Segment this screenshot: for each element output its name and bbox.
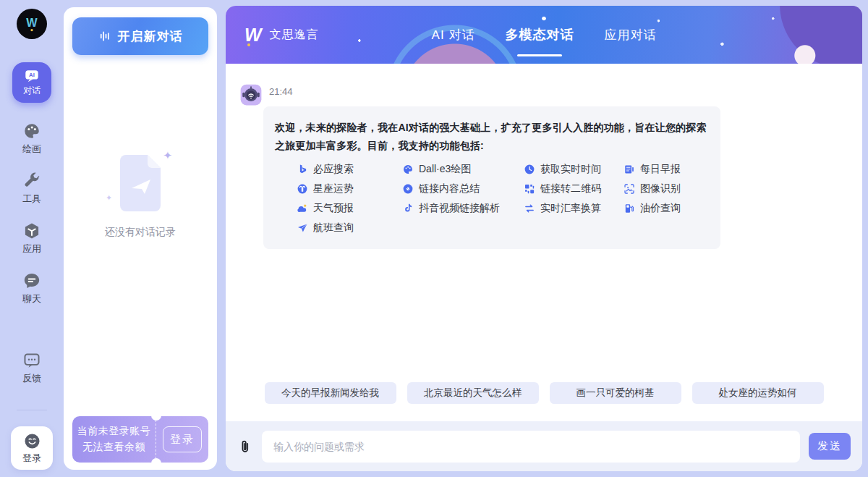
- sidebar-item-label: 工具: [22, 193, 41, 206]
- message-timestamp: 21:44: [269, 86, 720, 97]
- main-area: W 文思逸言 AI 对话多模态对话应用对话: [226, 6, 862, 471]
- sidebar-item-tools[interactable]: 工具: [12, 172, 51, 206]
- feature-label: 星座运势: [313, 182, 354, 195]
- palette-icon: [22, 122, 41, 140]
- feature-label: Dall·e3绘图: [419, 163, 471, 176]
- suggested-prompt[interactable]: 画一只可爱的柯基: [550, 382, 681, 404]
- sidebar-item-label: 反馈: [22, 372, 41, 385]
- feature-item: 抖音视频链接解析: [402, 202, 524, 215]
- chat-bubble-icon: [22, 271, 41, 290]
- feature-item: Dall·e3绘图: [402, 163, 524, 176]
- tiktok-icon: [402, 203, 414, 214]
- smiley-icon: [23, 432, 41, 450]
- feature-item: 每日早报: [624, 163, 709, 176]
- sidebar-item-label: 绘画: [22, 143, 41, 156]
- send-button[interactable]: 发送: [809, 433, 851, 460]
- feature-label: 必应搜索: [313, 163, 354, 176]
- sidebar-item-label: 对话: [23, 85, 41, 97]
- ai-chat-icon: AI: [24, 68, 40, 84]
- assistant-message: 21:44 欢迎，未来的探险者，我在AI对话的强大基础上，扩充了更多引人入胜的功…: [226, 64, 862, 249]
- sparkle-icon: ✦: [106, 193, 112, 203]
- feature-item: 获取实时时间: [524, 163, 624, 176]
- header-tabs: AI 对话多模态对话应用对话: [226, 6, 862, 64]
- fuel-icon: [624, 203, 635, 214]
- brand-w-icon: W: [244, 26, 263, 44]
- feature-label: 每日早报: [640, 163, 681, 176]
- cube-icon: [22, 221, 41, 240]
- ticket-notch: [151, 458, 161, 468]
- ticket-notch: [151, 410, 161, 421]
- ticket-divider: [156, 416, 156, 463]
- sparkle-icon: ✦: [163, 149, 172, 162]
- rail-divider: [17, 410, 47, 410]
- bing-icon: [297, 164, 308, 175]
- sidebar-login-button[interactable]: 登录: [11, 426, 53, 470]
- assistant-avatar: [240, 84, 262, 106]
- main-header: W 文思逸言 AI 对话多模态对话应用对话: [226, 6, 862, 64]
- svg-text:W: W: [26, 16, 38, 29]
- sidebar-item-apps[interactable]: 应用: [12, 221, 51, 256]
- feature-label: 油价查询: [640, 202, 681, 215]
- feature-label: 抖音视频链接解析: [419, 202, 500, 215]
- message-input[interactable]: [262, 431, 800, 463]
- feature-label: 链接内容总结: [419, 182, 480, 195]
- feature-item: 实时汇率换算: [524, 202, 624, 215]
- suggested-prompt[interactable]: 今天的早报新闻发给我: [265, 382, 396, 404]
- feature-item: 油价查询: [624, 202, 709, 215]
- message-bubble: 欢迎，未来的探险者，我在AI对话的强大基础上，扩充了更多引人入胜的功能，旨在让您…: [263, 106, 720, 249]
- feature-grid: 必应搜索Dall·e3绘图获取实时时间每日早报星座运势链接内容总结链接转二维码图…: [297, 163, 709, 235]
- empty-state: ✦ ✦ 还没有对话记录: [72, 15, 208, 376]
- sidebar-item-feedback[interactable]: 反馈: [22, 351, 41, 385]
- empty-state-text: 还没有对话记录: [105, 226, 176, 239]
- weather-icon: [297, 203, 308, 214]
- wrench-icon: [22, 172, 41, 190]
- qrcode-icon: [524, 183, 535, 195]
- tab-app[interactable]: 应用对话: [604, 22, 656, 48]
- sidebar-item-label: 聊天: [22, 292, 41, 305]
- suggested-prompts: 今天的早报新闻发给我北京最近的天气怎么样画一只可爱的柯基处女座的运势如何: [226, 382, 862, 404]
- feature-label: 天气预报: [313, 202, 354, 215]
- suggested-prompt[interactable]: 北京最近的天气怎么样: [407, 382, 539, 404]
- empty-document-icon: ✦ ✦: [114, 153, 166, 213]
- sidebar-item-label: 应用: [22, 242, 41, 256]
- w-logo-icon: W: [21, 13, 43, 35]
- feature-label: 链接转二维码: [540, 182, 601, 195]
- welcome-text: 欢迎，未来的探险者，我在AI对话的强大基础上，扩充了更多引人入胜的功能，旨在让您…: [275, 119, 709, 154]
- feature-item: 天气预报: [297, 202, 402, 215]
- feedback-icon: [22, 351, 41, 370]
- login-label: 登录: [22, 452, 41, 465]
- brand-name: 文思逸言: [270, 28, 319, 43]
- tab-multimodal[interactable]: 多模态对话: [505, 22, 574, 48]
- sidebar-item-draw[interactable]: 绘画: [12, 122, 51, 156]
- clock-icon: [524, 164, 535, 175]
- app-root: W AI对话绘画工具应用聊天 反馈 登录 开启新对话 ✦ ✦: [0, 0, 868, 477]
- primary-nav: AI对话绘画工具应用聊天: [12, 62, 51, 321]
- flight-icon: [297, 222, 308, 234]
- feature-item: 图像识别: [624, 182, 709, 195]
- feature-item: 链接转二维码: [524, 182, 624, 195]
- chat-content: 21:44 欢迎，未来的探险者，我在AI对话的强大基础上，扩充了更多引人入胜的功…: [226, 64, 862, 421]
- login-notice-card: 当前未登录账号 无法查看余额 登录: [72, 416, 208, 463]
- sidebar-item-talk[interactable]: 聊天: [12, 271, 51, 305]
- newspaper-icon: [624, 164, 635, 175]
- feature-item: 星座运势: [297, 182, 402, 195]
- feature-label: 图像识别: [640, 182, 681, 195]
- composer-bar: 发送: [226, 421, 862, 471]
- app-logo: W: [17, 9, 47, 39]
- feature-item: 链接内容总结: [402, 182, 524, 195]
- feature-item: 必应搜索: [297, 163, 402, 176]
- login-button[interactable]: 登录: [163, 426, 202, 452]
- svg-text:AI: AI: [29, 72, 35, 78]
- sidebar-item-chat[interactable]: AI对话: [12, 62, 51, 103]
- aries-icon: [297, 183, 308, 195]
- tab-ai[interactable]: AI 对话: [432, 22, 475, 48]
- feature-label: 获取实时时间: [540, 163, 601, 176]
- feature-item: 航班查询: [297, 221, 402, 235]
- attachment-icon[interactable]: [237, 439, 253, 455]
- conversation-panel: 开启新对话 ✦ ✦ 还没有对话记录 当前未登录账号 无法查看余额 登录: [64, 7, 217, 470]
- left-rail: W AI对话绘画工具应用聊天 反馈 登录: [0, 0, 64, 477]
- exchange-icon: [524, 203, 535, 214]
- image-recognition-icon: [624, 183, 635, 195]
- feature-label: 航班查询: [313, 221, 354, 235]
- suggested-prompt[interactable]: 处女座的运势如何: [692, 382, 824, 404]
